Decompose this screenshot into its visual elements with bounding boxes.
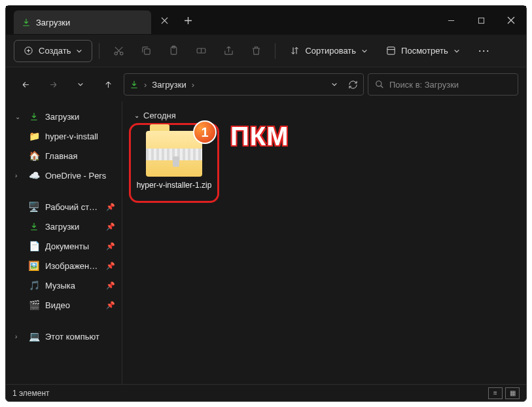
folder-icon: 📁	[28, 131, 40, 141]
search-placeholder: Поиск в: Загрузки	[389, 80, 459, 90]
download-icon	[28, 112, 40, 121]
sidebar-item-music[interactable]: 🎵 Музыка 📌	[6, 275, 122, 295]
sidebar-item-desktop[interactable]: 🖥️ Рабочий сто... 📌	[6, 197, 122, 217]
chevron-down-icon[interactable]	[331, 81, 338, 88]
icons-view-button[interactable]: ▦	[505, 387, 520, 399]
up-button[interactable]	[96, 73, 120, 96]
sidebar-item-downloads[interactable]: ⌄ Загрузки	[6, 107, 122, 126]
pin-icon: 📌	[106, 222, 115, 231]
annotation-badge: 1	[193, 120, 217, 144]
window-controls	[436, 6, 526, 35]
new-tab-button[interactable]	[177, 10, 198, 31]
pin-icon: 📌	[106, 262, 115, 270]
sort-icon	[290, 46, 300, 56]
sidebar-label: Главная	[45, 151, 77, 161]
sidebar-item-documents[interactable]: 📄 Документы 📌	[6, 236, 122, 256]
minimize-button[interactable]	[436, 6, 466, 35]
delete-button[interactable]	[243, 40, 268, 62]
breadcrumb-sep: ›	[144, 80, 147, 90]
pin-icon: 📌	[106, 242, 115, 251]
view-label: Посмотреть	[401, 46, 448, 56]
recent-button[interactable]	[69, 73, 92, 96]
toolbar: Создать Сортировать Посмотреть ···	[6, 35, 526, 67]
view-button[interactable]: Посмотреть	[378, 40, 468, 62]
sidebar-item-onedrive[interactable]: › ☁️ OneDrive - Pers	[6, 166, 122, 185]
cloud-icon: ☁️	[28, 170, 40, 181]
sidebar-item-file[interactable]: 📁 hyper-v-install	[6, 126, 122, 146]
sidebar-label: Загрузки	[45, 222, 79, 232]
group-label: Сегодня	[143, 111, 176, 120]
sidebar-label: Видео	[45, 300, 70, 310]
sidebar-item-this-pc[interactable]: › 💻 Этот компьют	[6, 327, 122, 346]
zip-file-icon	[146, 131, 202, 177]
refresh-button[interactable]	[348, 80, 358, 90]
address-bar[interactable]: › Загрузки ›	[124, 73, 364, 96]
details-view-button[interactable]: ≡	[488, 387, 503, 399]
sort-button[interactable]: Сортировать	[282, 40, 376, 62]
svg-rect-0	[478, 18, 484, 23]
home-icon: 🏠	[28, 150, 40, 161]
sidebar-label: Документы	[45, 241, 89, 251]
chevron-down-icon	[453, 48, 460, 54]
music-icon: 🎵	[28, 280, 40, 291]
window-tab[interactable]: Загрузки	[14, 10, 151, 34]
close-button[interactable]	[496, 6, 526, 35]
svg-rect-8	[387, 47, 395, 54]
pin-icon: 📌	[106, 301, 115, 310]
sidebar-item-videos[interactable]: 🎬 Видео 📌	[6, 295, 122, 315]
desktop-icon: 🖥️	[28, 202, 40, 212]
download-icon	[130, 80, 139, 89]
paste-button[interactable]	[161, 40, 186, 62]
sidebar-item-home[interactable]: 🏠 Главная	[6, 146, 122, 166]
sidebar: ⌄ Загрузки 📁 hyper-v-install 🏠 Главная ›…	[6, 101, 122, 384]
status-bar: 1 элемент ≡ ▦	[6, 384, 526, 401]
chevron-right-icon[interactable]: ›	[15, 333, 23, 340]
search-icon	[375, 80, 384, 89]
cut-button[interactable]	[106, 40, 131, 62]
content-area[interactable]: ⌄ Сегодня 1 hyper-v-installer-1.zip	[122, 101, 526, 384]
separator	[275, 43, 275, 59]
explorer-window: Загрузки Создать	[5, 5, 527, 402]
file-name: hyper-v-installer-1.zip	[137, 181, 212, 190]
create-label: Создать	[39, 46, 71, 56]
pin-icon: 📌	[106, 203, 115, 211]
item-count: 1 элемент	[12, 389, 50, 398]
sidebar-label: Загрузки	[45, 112, 79, 122]
forward-button[interactable]	[41, 73, 65, 96]
videos-icon: 🎬	[28, 300, 40, 310]
documents-icon: 📄	[28, 241, 40, 251]
svg-rect-4	[145, 49, 151, 55]
copy-button[interactable]	[133, 40, 158, 62]
more-button[interactable]: ···	[470, 40, 498, 62]
address-row: › Загрузки › Поиск в: Загрузки	[6, 67, 526, 101]
annotation-text: ПКМ	[230, 122, 289, 151]
titlebar: Загрузки	[6, 6, 526, 35]
sidebar-label: Музыка	[45, 281, 75, 291]
pin-icon: 📌	[106, 281, 115, 290]
group-header[interactable]: ⌄ Сегодня	[134, 111, 514, 120]
breadcrumb-item[interactable]: Загрузки	[152, 80, 186, 90]
pc-icon: 💻	[28, 331, 40, 342]
create-button[interactable]: Создать	[14, 40, 92, 62]
chevron-down-icon: ⌄	[134, 112, 139, 119]
layout-icon	[386, 46, 396, 56]
pictures-icon: 🖼️	[28, 260, 40, 271]
chevron-right-icon[interactable]: ›	[15, 172, 23, 179]
breadcrumb-sep: ›	[192, 80, 194, 90]
maximize-button[interactable]	[466, 6, 496, 35]
sidebar-item-pictures[interactable]: 🖼️ Изображени... 📌	[6, 256, 122, 275]
back-button[interactable]	[14, 73, 37, 96]
search-input[interactable]: Поиск в: Загрузки	[368, 73, 518, 96]
sidebar-label: Этот компьют	[45, 332, 99, 342]
tab-close-button[interactable]	[154, 10, 175, 31]
file-item[interactable]: 1 hyper-v-installer-1.zip	[134, 127, 214, 190]
share-button[interactable]	[216, 40, 241, 62]
sidebar-label: Изображени...	[45, 261, 101, 271]
sidebar-item-downloads2[interactable]: Загрузки 📌	[6, 217, 122, 236]
chevron-down-icon[interactable]: ⌄	[15, 113, 23, 120]
separator	[99, 43, 99, 59]
rename-button[interactable]	[188, 40, 213, 62]
download-icon	[22, 18, 31, 27]
tab-title: Загрузки	[36, 18, 70, 27]
plus-circle-icon	[24, 46, 33, 56]
